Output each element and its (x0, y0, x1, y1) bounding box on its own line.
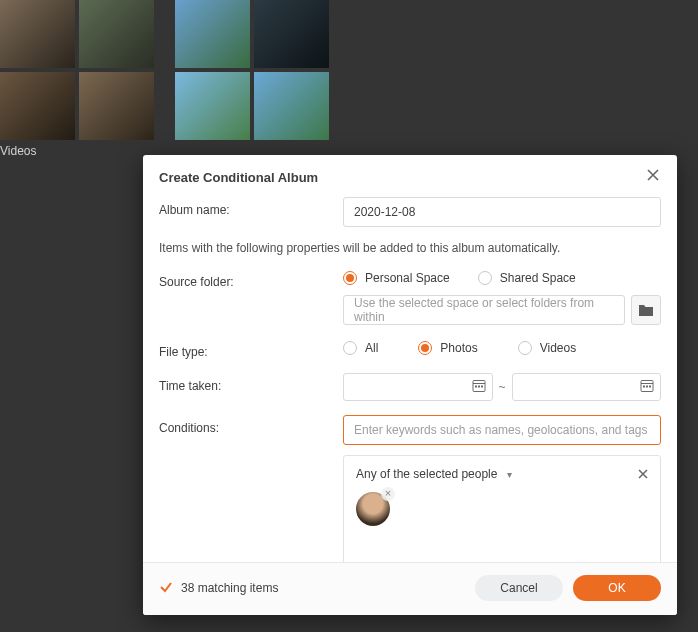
album-name-input[interactable] (343, 197, 661, 227)
people-condition-box: Any of the selected people ▾ × (343, 455, 661, 562)
bg-album-label: Videos (0, 144, 154, 158)
thumbnail (175, 0, 250, 68)
thumbnail (0, 0, 75, 68)
radio-label: Photos (440, 341, 477, 355)
radio-label: Personal Space (365, 271, 450, 285)
people-dropdown-label: Any of the selected people (356, 467, 497, 481)
create-conditional-album-modal: Create Conditional Album Album name: Ite… (143, 155, 677, 615)
svg-rect-8 (646, 386, 648, 388)
svg-rect-3 (478, 386, 480, 388)
label-time-taken: Time taken: (159, 373, 343, 393)
date-separator: ~ (499, 380, 506, 394)
radio-shared-space[interactable]: Shared Space (478, 271, 576, 285)
svg-rect-2 (475, 386, 477, 388)
helper-text: Items with the following properties will… (159, 241, 661, 255)
label-file-type: File type: (159, 339, 343, 359)
label-source-folder: Source folder: (159, 269, 343, 289)
calendar-icon (640, 379, 654, 396)
thumbnail (175, 72, 250, 140)
filetype-radio-group: All Photos Videos (343, 339, 661, 355)
close-button[interactable] (645, 169, 661, 185)
cancel-button[interactable]: Cancel (475, 575, 563, 601)
svg-rect-7 (643, 386, 645, 388)
label-album-name: Album name: (159, 197, 343, 217)
source-folder-display[interactable]: Use the selected space or select folders… (343, 295, 625, 325)
radio-label: All (365, 341, 378, 355)
modal-body: Album name: Items with the following pro… (143, 197, 677, 562)
people-dropdown[interactable]: Any of the selected people ▾ (356, 467, 512, 481)
bg-album (175, 0, 329, 158)
ok-button[interactable]: OK (573, 575, 661, 601)
match-count-text: 38 matching items (181, 581, 278, 595)
radio-icon (343, 341, 357, 355)
thumbnail (79, 72, 154, 140)
bg-album-videos: Videos (0, 0, 154, 158)
svg-rect-9 (649, 386, 651, 388)
radio-filetype-videos[interactable]: Videos (518, 341, 576, 355)
thumbnail (0, 72, 75, 140)
thumbnail (79, 0, 154, 68)
radio-personal-space[interactable]: Personal Space (343, 271, 450, 285)
close-icon (647, 169, 659, 181)
conditions-input[interactable] (343, 415, 661, 445)
radio-label: Shared Space (500, 271, 576, 285)
svg-rect-4 (481, 386, 483, 388)
folder-icon (638, 303, 654, 317)
radio-label: Videos (540, 341, 576, 355)
remove-condition-button[interactable] (638, 466, 648, 482)
radio-filetype-photos[interactable]: Photos (418, 341, 477, 355)
modal-footer: 38 matching items Cancel OK (143, 562, 677, 615)
modal-title: Create Conditional Album (159, 170, 318, 185)
radio-icon (478, 271, 492, 285)
check-icon (159, 580, 173, 597)
radio-icon (343, 271, 357, 285)
chevron-down-icon: ▾ (507, 469, 512, 480)
source-radio-group: Personal Space Shared Space (343, 269, 661, 285)
thumbnail (254, 72, 329, 140)
date-to-input[interactable] (512, 373, 662, 401)
radio-filetype-all[interactable]: All (343, 341, 378, 355)
modal-header: Create Conditional Album (143, 155, 677, 197)
label-conditions: Conditions: (159, 415, 343, 435)
browse-folder-button[interactable] (631, 295, 661, 325)
thumbnail (254, 0, 329, 68)
calendar-icon (472, 379, 486, 396)
radio-icon (418, 341, 432, 355)
radio-icon (518, 341, 532, 355)
close-icon (638, 469, 648, 479)
avatar[interactable]: × (356, 492, 390, 526)
date-from-input[interactable] (343, 373, 493, 401)
remove-avatar-button[interactable]: × (381, 487, 395, 501)
